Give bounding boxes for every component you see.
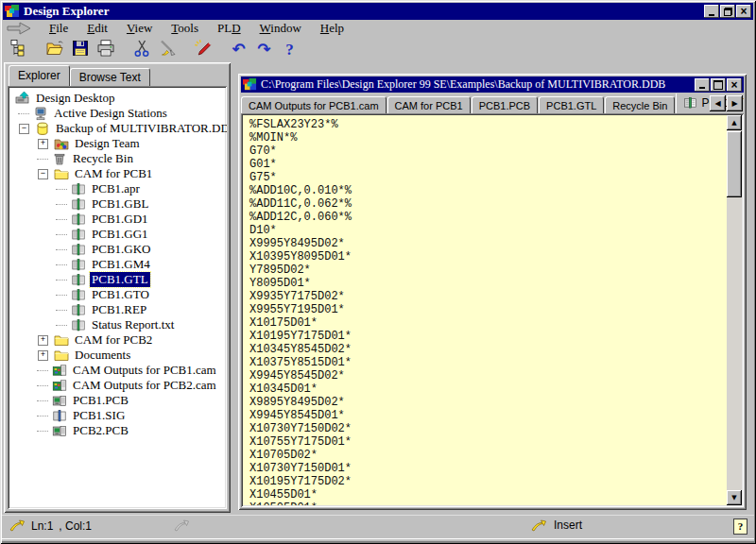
tree-item-pcb1-apr[interactable]: PCB1.apr bbox=[8, 181, 227, 196]
tree-item-cam-for-pcb1[interactable]: −CAM for PCB1 bbox=[8, 166, 227, 181]
tree-item-documents[interactable]: +Documents bbox=[8, 348, 227, 363]
doc-tab-cam-outputs-for-pcb1-cam-0[interactable]: CAM Outputs for PCB1.cam bbox=[241, 96, 387, 113]
tree-item-label: Design Team bbox=[73, 136, 142, 151]
panel-tab-explorer[interactable]: Explorer bbox=[9, 65, 70, 86]
restore-button[interactable] bbox=[720, 5, 735, 18]
doc-minimize-button[interactable] bbox=[695, 78, 710, 92]
tree-item-design-team[interactable]: +Design Team bbox=[8, 136, 227, 151]
tree-item-pcb1-gm4[interactable]: PCB1.GM4 bbox=[8, 257, 227, 272]
help-icon: ? bbox=[285, 42, 294, 58]
tree-item-status-report-txt[interactable]: Status Report.txt bbox=[8, 317, 227, 332]
menu-help[interactable]: Help bbox=[311, 20, 353, 37]
run-script-button[interactable] bbox=[190, 38, 215, 60]
tree-item-label: PCB1.GTL bbox=[90, 272, 150, 287]
cut-button[interactable] bbox=[129, 38, 154, 60]
window-bottom-border bbox=[2, 538, 754, 542]
print-button[interactable] bbox=[93, 38, 118, 60]
menu-view[interactable]: View bbox=[117, 20, 162, 37]
cam-output-icon bbox=[52, 363, 67, 378]
tree-item-cam-outputs-for-pcb2-cam[interactable]: CAM Outputs for PCB2.cam bbox=[8, 378, 227, 393]
paste-icon bbox=[158, 39, 177, 60]
code-line: X10395Y8095D01* bbox=[249, 250, 727, 264]
close-button[interactable]: × bbox=[736, 5, 751, 18]
code-line: %FSLAX23Y23*% bbox=[249, 118, 727, 131]
collapse-box-icon[interactable]: − bbox=[38, 169, 48, 179]
code-line: G75* bbox=[249, 171, 727, 184]
code-line: Y7895D02* bbox=[249, 264, 727, 277]
menu-file[interactable]: File bbox=[40, 20, 77, 37]
doc-tab-cam-for-pcb1-1[interactable]: CAM for PCB1 bbox=[387, 96, 471, 113]
minimize-button[interactable] bbox=[704, 5, 719, 18]
cam-doc-icon bbox=[71, 302, 86, 317]
tree-item-backup-of-multivibrator-ddb[interactable]: −Backup of MULTIVIBRATOR.DDB bbox=[8, 121, 227, 136]
code-line: X10455D01* bbox=[249, 488, 727, 502]
tree-branch-line bbox=[56, 204, 67, 205]
tree-item-label: PCB1.GG1 bbox=[90, 227, 150, 242]
tree-item-design-desktop[interactable]: Design Desktop bbox=[8, 91, 227, 106]
doc-tab-recycle-bin-4[interactable]: Recycle Bin bbox=[605, 96, 675, 113]
app-logo-icon bbox=[5, 5, 20, 18]
tree-item-label: Documents bbox=[73, 348, 132, 363]
tree-item-pcb1-gbl[interactable]: PCB1.GBL bbox=[8, 196, 227, 212]
code-line: X10195Y7175D02* bbox=[249, 475, 727, 488]
main-titlebar[interactable]: Design Explorer × bbox=[3, 3, 753, 20]
doc-tab-pcb1-gtl-3[interactable]: PCB1.GTL bbox=[539, 96, 604, 113]
cam-doc-icon bbox=[71, 242, 86, 257]
menu-edit[interactable]: Edit bbox=[77, 20, 117, 37]
tree-item-recycle-bin[interactable]: Recycle Bin bbox=[8, 151, 227, 166]
expand-box-icon[interactable]: + bbox=[38, 335, 48, 346]
tree-item-pcb1-gg1[interactable]: PCB1.GG1 bbox=[8, 227, 227, 242]
tree-item-pcb1-gko[interactable]: PCB1.GKO bbox=[8, 242, 227, 257]
tree-item-label: PCB1.GKO bbox=[90, 242, 153, 257]
doc-close-button[interactable]: × bbox=[727, 78, 742, 92]
design-tree: Design DesktopActive Design Stations−Bac… bbox=[8, 86, 227, 509]
tree-item-pcb1-sig[interactable]: PCB1.SIG bbox=[8, 408, 227, 423]
tree-item-pcb1-gtl[interactable]: PCB1.GTL bbox=[8, 272, 227, 287]
open-document-button[interactable] bbox=[42, 38, 67, 60]
expand-box-icon[interactable]: + bbox=[38, 350, 48, 361]
code-line: G70* bbox=[249, 144, 727, 158]
expand-box-icon[interactable]: + bbox=[38, 139, 48, 149]
menu-tools[interactable]: Tools bbox=[162, 20, 208, 37]
cut-icon bbox=[132, 39, 151, 60]
collapse-box-icon[interactable]: − bbox=[19, 124, 29, 134]
paste-button[interactable] bbox=[154, 38, 180, 60]
menu-pld[interactable]: PLD bbox=[208, 20, 250, 37]
tree-item-cam-outputs-for-pcb1-cam[interactable]: CAM Outputs for PCB1.cam bbox=[8, 363, 227, 378]
document-titlebar[interactable]: C:\Program Files\Design Explorer 99 SE\E… bbox=[241, 76, 744, 93]
cam-doc-icon bbox=[71, 257, 86, 272]
tree-item-pcb1-pcb[interactable]: PCB1.PCB bbox=[8, 393, 227, 408]
inactive-arrow-icon bbox=[174, 519, 190, 532]
explorer-panel-toggle-button[interactable] bbox=[6, 38, 31, 60]
print-icon bbox=[96, 39, 115, 60]
tree-item-pcb2-pcb[interactable]: PCB2.PCB bbox=[8, 423, 227, 438]
menu-items-container: FileEditViewToolsPLDWindowHelp bbox=[40, 20, 353, 37]
tree-item-pcb1-rep[interactable]: PCB1.REP bbox=[8, 302, 227, 317]
tree-item-active-design-stations[interactable]: Active Design Stations bbox=[8, 106, 227, 121]
code-line: %ADD11C,0.062*% bbox=[249, 197, 727, 211]
save-document-button[interactable] bbox=[67, 38, 93, 60]
explorer-panel-toggle-icon bbox=[9, 39, 28, 60]
tree-item-label: PCB1.GM4 bbox=[90, 257, 152, 272]
desktop-icon bbox=[15, 91, 30, 106]
tree-branch-line bbox=[56, 295, 67, 296]
doc-tab-pcb1-pcb-2[interactable]: PCB1.PCB bbox=[472, 96, 538, 113]
undo-button[interactable]: ↶ bbox=[226, 38, 251, 60]
tab-scroll-right-icon[interactable]: ▶ bbox=[727, 95, 743, 111]
tree-item-pcb1-gd1[interactable]: PCB1.GD1 bbox=[8, 212, 227, 227]
status-help-icon[interactable]: ? bbox=[733, 518, 747, 535]
menu-window[interactable]: Window bbox=[250, 20, 311, 37]
tree-item-pcb1-gto[interactable]: PCB1.GTO bbox=[8, 287, 227, 302]
cursor-position-icon bbox=[9, 519, 26, 532]
document-icon bbox=[243, 78, 257, 91]
menu-arrow-icon[interactable] bbox=[6, 22, 34, 35]
help-button[interactable]: ? bbox=[277, 38, 302, 60]
gerber-text-editor[interactable]: %FSLAX23Y23*%%MOIN*%G70*G01*G75*%ADD10C,… bbox=[243, 115, 727, 505]
code-line: X10195Y7175D01* bbox=[249, 330, 727, 343]
redo-button[interactable]: ↷ bbox=[251, 38, 277, 60]
tab-scroll-left-icon[interactable]: ◀ bbox=[710, 95, 726, 111]
doc-maximize-button[interactable] bbox=[711, 78, 726, 92]
document-tabs: CAM Outputs for PCB1.camCAM for PCB1PCB1… bbox=[241, 94, 744, 113]
tree-item-cam-for-pcb2[interactable]: +CAM for PCB2 bbox=[8, 332, 227, 348]
panel-tab-browse-text[interactable]: Browse Text bbox=[70, 68, 150, 86]
